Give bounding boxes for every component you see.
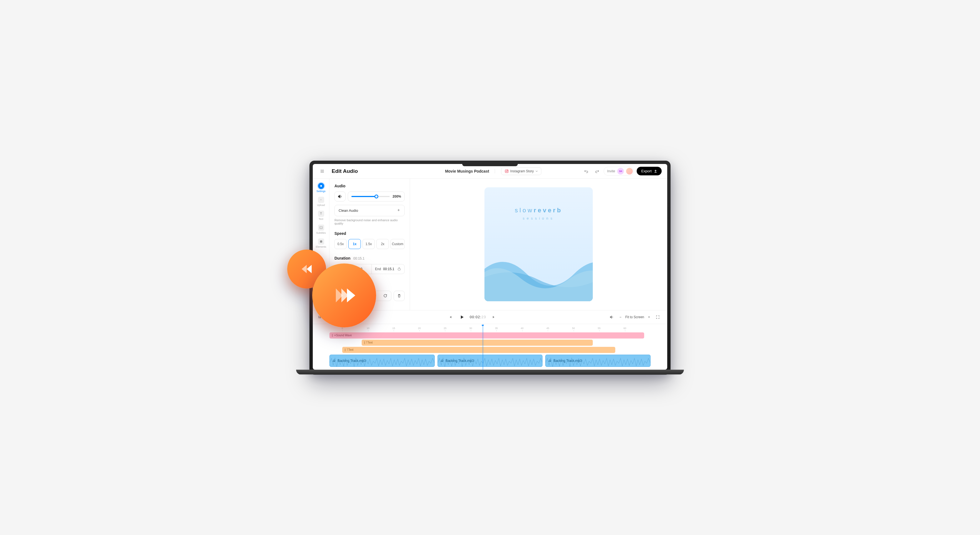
page-title: Edit Audio — [332, 168, 404, 174]
stopwatch-icon — [397, 267, 401, 271]
duration-label: Duration — [334, 256, 350, 260]
hamburger-menu[interactable] — [318, 167, 326, 175]
music-note-icon — [441, 359, 444, 362]
text-icon: T — [318, 211, 324, 217]
rail-upload[interactable]: + Upload — [315, 195, 328, 208]
volume-value: 200% — [393, 194, 401, 198]
track-label: Text — [368, 341, 372, 344]
speed-0-5x[interactable]: 0.5x — [334, 239, 347, 249]
audio-track-3[interactable]: Backing Track.mp3 — [545, 355, 651, 367]
clean-audio-desc: Remove background noise and enhance audi… — [334, 218, 405, 225]
track-label: Sound Wave — [336, 334, 352, 337]
time-display: 00:02:23 — [470, 315, 486, 319]
track-text-2[interactable]: ‖ T Text — [342, 347, 615, 353]
target-icon — [318, 183, 324, 189]
rewind-icon — [298, 261, 315, 277]
rail-label: Settings — [317, 190, 326, 193]
rail-label: Text — [318, 218, 323, 220]
rail-label: Elements — [316, 245, 326, 248]
end-input[interactable]: End 00:15.1 — [372, 264, 404, 274]
export-label: Export — [641, 169, 652, 173]
end-label: End — [375, 267, 381, 271]
track-soundwave[interactable]: ‖ ✦ Sound Wave — [329, 333, 644, 339]
rail-elements[interactable]: Elements — [315, 237, 328, 250]
audio-track-label: Backing Track.mp3 — [553, 359, 582, 363]
rail-text[interactable]: T Text — [315, 209, 328, 222]
svg-point-6 — [320, 185, 322, 187]
redo-button[interactable] — [593, 167, 601, 175]
volume-icon-box[interactable] — [334, 191, 345, 202]
clean-audio-label: Clean Audio — [339, 209, 358, 213]
skip-forward-button[interactable] — [490, 313, 498, 321]
plus-icon: + — [318, 197, 324, 203]
rail-label: Upload — [317, 204, 325, 207]
timeline[interactable]: 5 10 15 20 25 30 35 40 45 50 55 60 ‖ ✦ S… — [313, 324, 667, 369]
svg-point-4 — [506, 170, 507, 172]
fit-label[interactable]: Fit to Screen — [625, 315, 644, 319]
export-button[interactable]: Export — [637, 167, 662, 175]
music-note-icon — [548, 359, 552, 362]
speed-custom[interactable]: Custom — [391, 239, 405, 249]
slider-track[interactable] — [352, 196, 390, 197]
avatar-initial: SK — [617, 168, 624, 175]
preview-subtitle: sessions — [523, 216, 555, 220]
volume-slider[interactable]: 200% — [348, 191, 405, 202]
rail-settings[interactable]: Settings — [315, 182, 328, 194]
duration-value: 00:15.1 — [353, 256, 364, 260]
trash-icon — [397, 294, 401, 298]
invite-label: Invite — [607, 169, 615, 173]
end-value: 00:15.1 — [383, 267, 394, 271]
instagram-icon — [505, 169, 509, 173]
clean-audio-button[interactable]: Clean Audio — [334, 205, 405, 216]
rail-subtitles[interactable]: Subtitles — [315, 223, 328, 236]
zoom-out-button[interactable]: − — [619, 315, 621, 319]
project-name[interactable]: Movie Musings Podcast — [445, 169, 495, 174]
svg-rect-7 — [320, 226, 323, 229]
chevron-down-icon — [536, 170, 538, 172]
skip-back-button[interactable] — [446, 313, 454, 321]
fast-forward-icon — [329, 280, 360, 311]
format-label: Instagram Story — [510, 169, 534, 173]
audio-track-label: Backing Track.mp3 — [445, 359, 474, 363]
wave-graphic — [484, 220, 593, 301]
timeline-volume-button[interactable] — [608, 313, 616, 321]
speaker-icon — [337, 194, 342, 199]
sparkle-icon — [397, 209, 401, 212]
svg-point-5 — [508, 170, 508, 170]
subtitles-icon — [318, 225, 324, 231]
audio-section-label: Audio — [334, 184, 405, 188]
fullscreen-button[interactable] — [654, 313, 662, 321]
upload-icon — [654, 170, 657, 173]
speed-2x[interactable]: 2x — [376, 239, 388, 249]
speed-section-label: Speed — [334, 231, 405, 236]
playhead[interactable] — [483, 324, 483, 369]
format-selector[interactable]: Instagram Story — [501, 167, 541, 175]
timeline-ruler: 5 10 15 20 25 30 35 40 45 50 55 60 — [329, 327, 651, 333]
slider-thumb[interactable] — [374, 194, 378, 198]
delete-button[interactable] — [394, 291, 405, 301]
speed-options: 0.5x 1x 1.5x 2x Custom — [334, 239, 405, 249]
track-label: Text — [348, 348, 353, 351]
preview-canvas[interactable]: slowreverb sessions — [484, 187, 593, 301]
track-text-1[interactable]: ‖ T Text — [362, 340, 593, 346]
music-note-icon — [332, 359, 336, 362]
audio-track-2[interactable]: Backing Track.mp3 — [438, 355, 543, 367]
undo-button[interactable] — [582, 167, 590, 175]
audio-track-label: Backing Track.mp3 — [337, 359, 366, 363]
invite-group[interactable]: Invite SK — [604, 167, 634, 176]
rail-label: Subtitles — [316, 231, 326, 234]
avatar-photo — [626, 168, 633, 175]
canvas-area[interactable]: slowreverb sessions — [410, 179, 667, 310]
svg-rect-10 — [320, 240, 322, 243]
play-button[interactable] — [458, 313, 466, 321]
refresh-icon — [383, 294, 387, 298]
audio-track-1[interactable]: Backing Track.mp3 — [329, 355, 435, 367]
speed-1-5x[interactable]: 1.5x — [363, 239, 375, 249]
preview-title: slowreverb — [515, 207, 562, 214]
elements-icon — [318, 239, 324, 245]
fastforward-badge — [312, 263, 376, 327]
speed-1x[interactable]: 1x — [348, 239, 361, 249]
zoom-in-button[interactable]: + — [648, 315, 650, 319]
